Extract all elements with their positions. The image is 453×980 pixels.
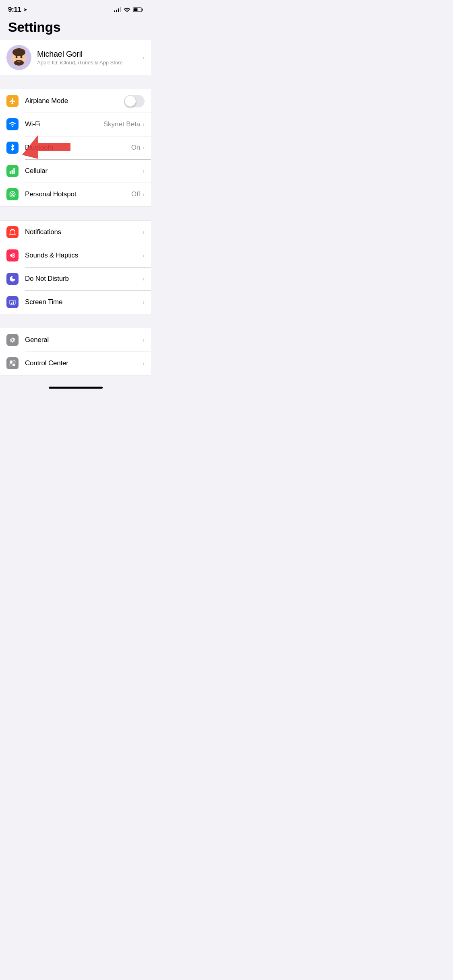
bluetooth-row[interactable]: Bluetooth On › [0, 136, 151, 159]
svg-rect-22 [10, 360, 12, 363]
cellular-chevron: › [143, 168, 145, 174]
do-not-disturb-chevron: › [143, 276, 145, 282]
control-center-chevron: › [143, 360, 145, 366]
location-icon: ➤ [23, 7, 27, 12]
sounds-haptics-icon [6, 249, 19, 261]
wifi-icon [124, 7, 130, 12]
control-center-label: Control Center [25, 359, 143, 367]
profile-subtitle: Apple ID, iCloud, iTunes & App Store [37, 60, 143, 66]
system-section: Notifications › Sounds & Haptics › Do No… [0, 220, 151, 314]
notifications-chevron: › [143, 229, 145, 235]
profile-name: Michael Goril [37, 49, 143, 59]
toggle-knob [125, 96, 136, 107]
section-gap-2 [0, 206, 151, 220]
bluetooth-chevron: › [143, 145, 145, 150]
profile-section: Michael Goril Apple ID, iCloud, iTunes &… [0, 40, 151, 75]
screen-time-row[interactable]: Screen Time › [0, 290, 151, 314]
svg-point-10 [24, 57, 27, 60]
page-title-area: Settings [0, 16, 151, 40]
general-icon [6, 334, 19, 346]
general-section: General › Control Center › [0, 328, 151, 375]
cellular-label: Cellular [25, 167, 143, 175]
svg-point-6 [16, 56, 18, 58]
notifications-label: Notifications [25, 228, 143, 236]
page-title: Settings [8, 19, 143, 35]
svg-rect-1 [142, 9, 143, 11]
svg-rect-25 [13, 364, 15, 366]
sounds-haptics-row[interactable]: Sounds & Haptics › [0, 244, 151, 267]
notifications-icon [6, 226, 19, 238]
svg-rect-24 [10, 364, 12, 366]
bluetooth-icon [6, 142, 19, 154]
airplane-mode-row[interactable]: Airplane Mode [0, 89, 151, 113]
signal-icon [114, 7, 121, 12]
connectivity-section: Airplane Mode Wi-Fi Skynet Beta › Bl [0, 89, 151, 206]
sounds-haptics-label: Sounds & Haptics [25, 251, 143, 259]
screen-time-label: Screen Time [25, 298, 143, 306]
do-not-disturb-label: Do Not Disturb [25, 275, 143, 283]
svg-rect-23 [13, 360, 15, 363]
bluetooth-value: On [131, 144, 141, 152]
airplane-mode-icon [6, 95, 19, 107]
airplane-mode-label: Airplane Mode [25, 97, 124, 105]
svg-point-17 [12, 194, 13, 195]
status-bar: 9:11 ➤ [0, 0, 151, 16]
svg-point-11 [12, 126, 13, 128]
control-center-icon [6, 357, 19, 369]
personal-hotspot-value: Off [131, 190, 140, 198]
status-time: 9:11 [8, 6, 21, 14]
profile-info: Michael Goril Apple ID, iCloud, iTunes &… [37, 49, 143, 66]
personal-hotspot-label: Personal Hotspot [25, 190, 131, 198]
svg-rect-20 [13, 302, 14, 305]
battery-icon [133, 7, 143, 12]
general-row[interactable]: General › [0, 328, 151, 352]
profile-chevron: › [143, 55, 145, 60]
screen-time-chevron: › [143, 299, 145, 305]
do-not-disturb-row[interactable]: Do Not Disturb › [0, 267, 151, 290]
svg-point-9 [11, 57, 14, 60]
general-label: General [25, 336, 143, 344]
wifi-row[interactable]: Wi-Fi Skynet Beta › [0, 113, 151, 136]
home-indicator-area [0, 383, 151, 391]
section-gap-3 [0, 314, 151, 328]
wifi-settings-icon [6, 118, 19, 130]
wifi-value: Skynet Beta [103, 120, 141, 128]
svg-point-7 [21, 56, 23, 58]
personal-hotspot-row[interactable]: Personal Hotspot Off › [0, 183, 151, 206]
bluetooth-label: Bluetooth [25, 144, 131, 152]
do-not-disturb-icon [6, 273, 19, 285]
notifications-row[interactable]: Notifications › [0, 220, 151, 244]
svg-point-5 [12, 48, 25, 56]
personal-hotspot-icon [6, 188, 19, 200]
wifi-label: Wi-Fi [25, 120, 103, 128]
screen-time-icon [6, 296, 19, 308]
svg-rect-19 [11, 303, 12, 305]
avatar [6, 45, 31, 70]
svg-rect-15 [12, 170, 13, 174]
svg-rect-21 [10, 301, 15, 301]
personal-hotspot-chevron: › [143, 191, 145, 197]
svg-rect-2 [134, 8, 138, 11]
section-gap-1 [0, 75, 151, 89]
wifi-chevron: › [143, 121, 145, 127]
status-icons [114, 7, 143, 12]
svg-point-8 [14, 60, 24, 66]
home-bar [49, 387, 103, 389]
cellular-row[interactable]: Cellular › [0, 159, 151, 183]
profile-row[interactable]: Michael Goril Apple ID, iCloud, iTunes &… [0, 40, 151, 75]
sounds-haptics-chevron: › [143, 253, 145, 258]
cellular-icon [6, 165, 19, 177]
svg-rect-14 [10, 171, 11, 174]
airplane-mode-toggle[interactable] [124, 95, 145, 107]
general-chevron: › [143, 337, 145, 343]
control-center-row[interactable]: Control Center › [0, 352, 151, 375]
svg-rect-16 [13, 168, 14, 174]
